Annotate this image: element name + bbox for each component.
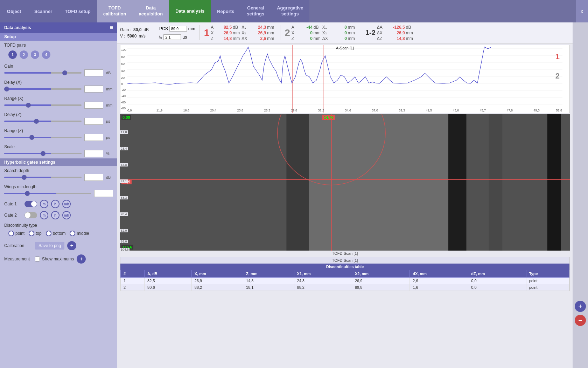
- disc-middle[interactable]: middle: [70, 231, 89, 236]
- tc-input[interactable]: [163, 34, 181, 40]
- tofd-pair-1[interactable]: 1: [8, 50, 17, 59]
- ascan-cursor2-label: 2: [555, 71, 560, 81]
- tofd-pairs-row: 1 2 3 4: [4, 48, 113, 61]
- disc-point[interactable]: point: [8, 231, 24, 236]
- gate1-toggle[interactable]: [24, 201, 37, 207]
- table-row[interactable]: 280,688,218,188,289,81,60,0point: [121, 284, 569, 291]
- ascan-cursor1-label: 1: [555, 52, 560, 61]
- svg-rect-14: [448, 114, 466, 251]
- disc-top-radio[interactable]: [29, 231, 34, 236]
- tofd-title: TOFD-Scan [1]: [117, 251, 573, 256]
- right-content: Gain : 80,0 dB V : 5900 m/s PCS mm: [117, 22, 573, 368]
- gate1-mh-btn[interactable]: mh: [62, 200, 71, 208]
- right-add-button[interactable]: +: [575, 301, 586, 312]
- range-z-slider[interactable]: [4, 137, 82, 138]
- sidebar: Data analysis ≡ Setup TOFD pairs 1 2 3 4…: [0, 22, 117, 368]
- delay-z-slider[interactable]: [4, 121, 82, 122]
- gate2-row: Gate 2 m h mh: [0, 210, 117, 221]
- show-maximums-checkbox[interactable]: [35, 257, 40, 261]
- measurement-add-button[interactable]: +: [77, 254, 86, 264]
- hyperbolic-section-title: Hyperbolic gates settings: [0, 158, 117, 166]
- divider-2: [280, 25, 280, 40]
- tofd-pair-3[interactable]: 3: [31, 50, 39, 59]
- disc-top[interactable]: top: [29, 231, 42, 236]
- close-button[interactable]: x: [576, 0, 588, 22]
- gate2-h-btn[interactable]: h: [51, 211, 59, 219]
- gain-row: Gain 80 dB: [0, 62, 117, 78]
- sidebar-menu-icon[interactable]: ≡: [110, 25, 113, 31]
- sidebar-title: Data analysis: [4, 25, 31, 30]
- wings-row: Wings min.length 5: [0, 182, 117, 198]
- range-x-slider[interactable]: [4, 104, 82, 106]
- ascan-title: A-Scan [1]: [336, 46, 354, 50]
- top-nav: Object Scanner TOFD setup TOFDcalibratio…: [0, 0, 588, 22]
- tofd-scan-container[interactable]: 0,00 14,76 26,9 115,6 11,8 23,4 34,8 47,…: [120, 114, 570, 251]
- col-x: X, mm: [191, 270, 243, 278]
- svg-rect-17: [309, 114, 448, 251]
- tofd-pair-4[interactable]: 4: [42, 50, 50, 59]
- col-dz: dZ, mm: [468, 270, 526, 278]
- delay-x-input[interactable]: 0: [84, 86, 103, 93]
- delay-x-slider[interactable]: [4, 88, 82, 90]
- measurement-bar: Gain : 80,0 dB V : 5900 m/s PCS mm: [117, 22, 573, 43]
- tofd-pairs-section: TOFD pairs 1 2 3 4: [0, 41, 117, 62]
- ascan-container[interactable]: A-Scan [1] 100 80 60 40 20 0 -20 -40 -60…: [120, 45, 570, 113]
- cursor1-number: 1: [204, 27, 210, 39]
- col-x2: X2, mm: [352, 270, 410, 278]
- pcs-input[interactable]: [169, 26, 187, 32]
- nav-tofd-setup[interactable]: TOFD setup: [58, 0, 97, 22]
- disc-point-radio[interactable]: [8, 231, 14, 236]
- delay-x-row: Delay (X) 0 mm: [0, 78, 117, 94]
- gate1-m-btn[interactable]: m: [40, 200, 48, 208]
- nav-object[interactable]: Object: [0, 0, 28, 22]
- col-a: A, dB: [145, 270, 192, 278]
- gate2-m-btn[interactable]: m: [40, 211, 48, 219]
- nav-data-acquisition[interactable]: Dataacquisition: [133, 0, 169, 22]
- range-z-input[interactable]: 35: [84, 134, 103, 141]
- search-depth-row: Search depth 12 dB: [0, 166, 117, 182]
- svg-rect-13: [286, 114, 309, 251]
- col-z: Z, mm: [243, 270, 294, 278]
- svg-rect-15: [489, 114, 503, 251]
- gain-slider[interactable]: [4, 72, 82, 74]
- disc-table: # A, dB X, mm Z, mm X1, mm X2, mm dX, mm…: [120, 270, 569, 291]
- sidebar-header: Data analysis ≡: [0, 22, 117, 33]
- disc-bottom[interactable]: bottom: [46, 231, 66, 236]
- save-to-png-button[interactable]: Save to png: [35, 242, 64, 250]
- disc-bottom-radio[interactable]: [46, 231, 51, 236]
- ascan-svg: [127, 45, 562, 113]
- gate2-toggle[interactable]: [24, 212, 37, 218]
- cursor2-panel: 2 A -44 dB X₁ 0 mm X 0 mm X₂ 0 mm Z 0 m: [285, 24, 357, 42]
- nav-scanner[interactable]: Scanner: [28, 0, 58, 22]
- search-depth-input[interactable]: 12: [84, 174, 103, 181]
- tofd-label-tl: 0,00: [121, 115, 131, 120]
- right-sub-button[interactable]: −: [575, 315, 586, 326]
- wings-input[interactable]: 5: [94, 190, 113, 197]
- wings-slider[interactable]: [4, 193, 91, 194]
- nav-aggregative-settings[interactable]: Aggregativesettings: [271, 0, 309, 22]
- tofd-background: [120, 114, 570, 251]
- search-depth-slider[interactable]: [4, 177, 82, 178]
- scale-slider[interactable]: [4, 153, 82, 154]
- gain-input[interactable]: 80: [84, 69, 103, 76]
- pcs-tc-panel: PCS mm t₀ µs: [159, 24, 195, 42]
- delay-z-input[interactable]: 41: [84, 118, 103, 125]
- disc-middle-radio[interactable]: [70, 231, 75, 236]
- diff-panel: 1-2 ΔA -126,5 dB ΔX 26,9 mm ΔZ 14,8 mm: [365, 24, 415, 42]
- nav-data-analysis[interactable]: Data analysis: [169, 0, 211, 22]
- divider-3: [361, 25, 361, 40]
- nav-tofd-calibration[interactable]: TOFDcalibration: [97, 0, 133, 22]
- table-row[interactable]: 182,526,914,824,326,92,60,0point: [121, 278, 569, 284]
- calibration-add-button[interactable]: +: [67, 241, 76, 250]
- nav-general-settings[interactable]: Generalsettings: [240, 0, 271, 22]
- nav-reports[interactable]: Reports: [211, 0, 240, 22]
- gate1-h-btn[interactable]: h: [51, 200, 59, 208]
- col-dx: dX, mm: [410, 270, 468, 278]
- col-num: #: [121, 270, 145, 278]
- range-x-input[interactable]: 116: [84, 102, 103, 109]
- tofd-label-x: 14,76: [322, 115, 335, 120]
- tofd-pair-2[interactable]: 2: [20, 50, 28, 59]
- scale-input[interactable]: 100: [84, 150, 103, 157]
- show-maximums-checkbox-item[interactable]: Show maximums: [35, 257, 74, 261]
- gate2-mh-btn[interactable]: mh: [62, 211, 71, 219]
